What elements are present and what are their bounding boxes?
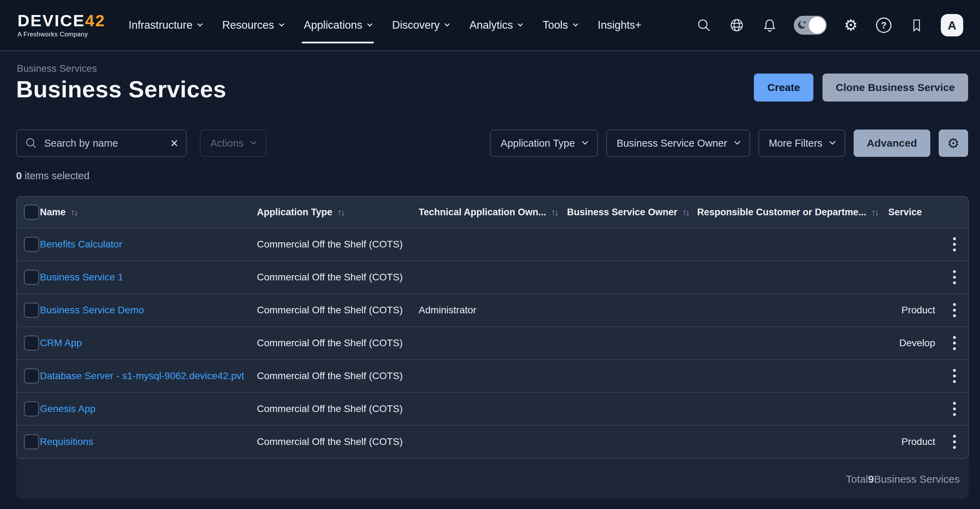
business-service-link[interactable]: Database Server - s1-mysql-9062.device42…: [40, 371, 244, 381]
column-header-technical-owner[interactable]: Technical Application Own...: [418, 207, 546, 218]
nav-item-insights[interactable]: Insights+: [598, 19, 641, 32]
nav-item-label: Analytics: [469, 19, 513, 32]
settings-gear-icon[interactable]: ⚙: [842, 16, 860, 34]
gear-icon: ⚙: [947, 136, 960, 150]
nav-item-label: Applications: [304, 19, 362, 32]
sort-icon[interactable]: ↑↓: [71, 207, 77, 217]
table-settings-gear-button[interactable]: ⚙: [939, 129, 968, 157]
search-box: ×: [16, 129, 186, 157]
nav-item-tools[interactable]: Tools: [542, 19, 577, 32]
top-navigation-bar: DEVICE42 A Freshworks Company Infrastruc…: [0, 0, 980, 51]
row-menu-kebab-icon[interactable]: [951, 301, 958, 319]
column-header-application-type[interactable]: Application Type: [257, 207, 332, 218]
logo-subtitle: A Freshworks Company: [18, 31, 105, 38]
table-panel: Name↑↓ Application Type↑↓ Technical Appl…: [16, 196, 969, 499]
search-icon: [24, 137, 38, 150]
chevron-down-icon: [734, 138, 740, 145]
row-checkbox[interactable]: [24, 434, 39, 450]
table-row: Business Service Demo Commercial Off the…: [17, 293, 968, 326]
business-service-link[interactable]: CRM App: [40, 337, 82, 348]
sort-icon[interactable]: ↑↓: [871, 207, 878, 217]
chevron-down-icon: [573, 21, 578, 27]
nav-item-applications[interactable]: Applications: [304, 19, 372, 32]
business-service-link[interactable]: Requisitions: [40, 436, 94, 447]
application-type-filter[interactable]: Application Type: [490, 129, 597, 157]
column-header-business-service-owner[interactable]: Business Service Owner: [567, 207, 677, 218]
row-checkbox[interactable]: [24, 368, 39, 384]
business-service-link[interactable]: Business Service 1: [40, 272, 123, 283]
user-avatar[interactable]: A: [941, 14, 963, 37]
search-input[interactable]: [44, 138, 164, 149]
business-service-link[interactable]: Business Service Demo: [40, 305, 144, 315]
application-type-cell: Commercial Off the Shelf (COTS): [257, 403, 418, 415]
nav-item-resources[interactable]: Resources: [222, 19, 283, 32]
nav-item-label: Tools: [542, 19, 568, 32]
toggle-knob: [809, 17, 826, 33]
logo-wordmark: DEVICE42: [18, 12, 105, 29]
column-header-service[interactable]: Service: [888, 207, 922, 218]
business-service-owner-filter[interactable]: Business Service Owner: [606, 129, 750, 157]
nav-item-analytics[interactable]: Analytics: [469, 19, 522, 32]
table-row: Database Server - s1-mysql-9062.device42…: [17, 359, 968, 392]
total-suffix: Business Services: [874, 473, 960, 485]
application-type-cell: Commercial Off the Shelf (COTS): [257, 436, 418, 447]
chevron-down-icon: [582, 138, 588, 145]
column-header-responsible-customer[interactable]: Responsible Customer or Departme...: [697, 207, 866, 218]
row-menu-kebab-icon[interactable]: [951, 235, 958, 253]
nav-item-label: Insights+: [598, 19, 641, 32]
column-header-name[interactable]: Name: [40, 207, 66, 218]
clear-search-icon[interactable]: ×: [170, 137, 178, 150]
help-icon[interactable]: ?: [875, 16, 892, 34]
row-checkbox[interactable]: [24, 401, 39, 417]
sort-icon[interactable]: ↑↓: [682, 207, 689, 217]
device42-logo[interactable]: DEVICE42 A Freshworks Company: [18, 12, 105, 38]
clone-business-service-button[interactable]: Clone Business Service: [822, 73, 968, 102]
table-row: CRM App Commercial Off the Shelf (COTS) …: [17, 326, 968, 359]
filter-label: More Filters: [769, 138, 822, 149]
nav-item-infrastructure[interactable]: Infrastructure: [129, 19, 202, 32]
nav-item-discovery[interactable]: Discovery: [392, 19, 449, 32]
chevron-down-icon: [250, 138, 256, 145]
chevron-down-icon: [279, 21, 285, 27]
page-action-buttons: Create Clone Business Service: [754, 73, 968, 102]
table-row: Business Service 1 Commercial Off the Sh…: [17, 261, 968, 293]
row-menu-kebab-icon[interactable]: [951, 367, 958, 385]
nav-item-label: Discovery: [392, 19, 440, 32]
row-checkbox[interactable]: [24, 302, 39, 318]
row-checkbox[interactable]: [24, 237, 39, 252]
table-row: Genesis App Commercial Off the Shelf (CO…: [17, 392, 968, 425]
application-type-cell: Commercial Off the Shelf (COTS): [257, 239, 418, 250]
sort-icon[interactable]: ↑↓: [337, 207, 344, 217]
breadcrumb[interactable]: Business Services: [17, 63, 97, 74]
service-cell: Product: [888, 305, 941, 316]
application-type-cell: Commercial Off the Shelf (COTS): [257, 371, 418, 382]
advanced-button[interactable]: Advanced: [854, 129, 930, 157]
row-menu-kebab-icon[interactable]: [951, 433, 958, 451]
globe-icon[interactable]: [728, 16, 746, 34]
sort-icon[interactable]: ↑↓: [551, 207, 558, 217]
technical-owner-cell: Administrator: [418, 305, 567, 316]
notifications-bell-icon[interactable]: [761, 16, 778, 34]
chevron-down-icon: [197, 21, 203, 27]
filter-label: Application Type: [501, 138, 575, 149]
business-service-link[interactable]: Genesis App: [40, 403, 95, 414]
help-glyph: ?: [876, 17, 891, 33]
business-service-link[interactable]: Benefits Calculator: [40, 239, 122, 250]
search-icon[interactable]: [695, 16, 713, 34]
bookmark-icon[interactable]: [908, 16, 925, 34]
toolbar-filters: Application Type Business Service Owner …: [490, 129, 968, 157]
row-checkbox[interactable]: [24, 270, 39, 285]
dark-mode-toggle[interactable]: [794, 16, 827, 35]
row-menu-kebab-icon[interactable]: [951, 268, 958, 286]
create-button[interactable]: Create: [754, 73, 813, 102]
business-services-table: Name↑↓ Application Type↑↓ Technical Appl…: [16, 196, 969, 458]
chevron-down-icon: [444, 21, 450, 27]
row-menu-kebab-icon[interactable]: [951, 334, 958, 352]
actions-dropdown[interactable]: Actions: [200, 129, 266, 157]
more-filters-dropdown[interactable]: More Filters: [759, 129, 845, 157]
row-checkbox[interactable]: [24, 336, 39, 351]
row-menu-kebab-icon[interactable]: [951, 400, 958, 418]
gear-glyph: ⚙: [844, 17, 858, 33]
select-all-checkbox[interactable]: [24, 204, 39, 220]
items-selected-count: 0: [16, 170, 22, 181]
